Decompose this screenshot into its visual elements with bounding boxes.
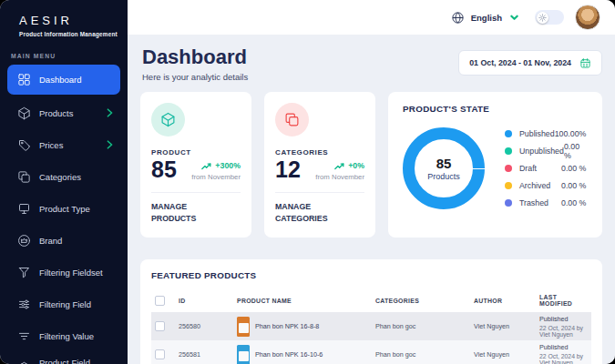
sidebar-item-label: Dashboard [39, 75, 81, 85]
tag-icon [17, 138, 31, 152]
stat-action-link[interactable]: MANAGE PRODUCTS [151, 201, 217, 225]
table-row[interactable]: 256580Phan bon NPK 16-8-8Phan bon gocVie… [151, 312, 591, 340]
cell-modified: 22 Oct, 2024 by Viet Nguyen [539, 325, 588, 338]
donut-chart: 85 Products [403, 127, 485, 209]
sliders-icon [17, 298, 31, 311]
stats-row: PRODUCT85+300%from NovemberMANAGE PRODUC… [140, 92, 602, 238]
cell-author: Viet Nguyen [470, 340, 536, 364]
legend-value: 0.00 % [561, 164, 586, 173]
sidebar-item-products[interactable]: Products [7, 99, 120, 126]
cell-author: Viet Nguyen [470, 312, 536, 340]
trend-caption: from November [315, 173, 364, 181]
logo-text: AESIR [19, 14, 73, 27]
sidebar-item-prices[interactable]: Prices [7, 131, 120, 158]
language-label: English [471, 13, 502, 23]
sidebar-item-filtering-value[interactable]: Filtering Value [7, 322, 120, 349]
trend-value: +0% [348, 161, 364, 170]
date-range-picker[interactable]: 01 Oct, 2024 - 01 Nov, 2024 [458, 50, 602, 76]
table-row[interactable]: 256581Phan bon NPK 16-10-6Phan bon gocVi… [151, 340, 591, 364]
stat-action-link[interactable]: MANAGE CATEGORIES [275, 201, 341, 225]
legend-value: 0.00 % [561, 181, 586, 190]
top-header: English [128, 0, 615, 35]
chart-legend: Published100.00%Unpublished0.00 %Draft0.… [505, 125, 588, 211]
column-header-last-modified: LAST MODIFIED [536, 288, 591, 312]
sidebar-item-product-type[interactable]: Product Type [7, 195, 120, 222]
cell-product-name: Phan bon NPK 16-10-6 [255, 350, 323, 359]
legend-item-archived: Archived0.00 % [505, 177, 586, 194]
legend-dot [505, 199, 512, 207]
donut-center-label: Products [412, 172, 476, 181]
chevron-right-icon [107, 140, 113, 149]
theme-toggle[interactable] [535, 10, 564, 25]
page-title: Dashboard [142, 46, 248, 69]
row-checkbox[interactable] [155, 321, 165, 331]
sidebar-item-filtering-field[interactable]: Filtering Field [7, 290, 120, 318]
sidebar-item-product-field-value[interactable]: Product Field Value [7, 354, 120, 364]
legend-item-draft: Draft0.00 % [505, 159, 586, 177]
cell-product-name: Phan bon NPK 16-8-8 [255, 322, 319, 330]
cell-category: Phan bon goc [372, 340, 470, 364]
grid-icon [17, 73, 31, 86]
legend-dot [505, 147, 512, 155]
device-icon [17, 202, 31, 216]
legend-item-unpublished: Unpublished0.00 % [505, 142, 586, 159]
sidebar-item-label: Brand [39, 236, 62, 246]
logo-spark-icon: ✦ [128, 0, 135, 5]
stat-label: CATEGORIES [275, 148, 364, 157]
product-thumbnail [237, 317, 250, 337]
featured-products-title: FEATURED PRODUCTS [151, 270, 591, 280]
cell-status: Published [539, 315, 588, 323]
featured-products-card: FEATURED PRODUCTS IDPRODUCT NAMECATEGORI… [140, 259, 602, 364]
lines-icon [17, 329, 31, 343]
funnel-icon [17, 266, 31, 279]
sidebar-item-label: Product Field Value [39, 358, 113, 364]
box-icon [17, 106, 31, 120]
sidebar-menu: DashboardProductsPricesCategoriesProduct… [0, 65, 128, 364]
theme-toggle-knob [537, 12, 548, 24]
stat-cards: PRODUCT85+300%from NovemberMANAGE PRODUC… [140, 92, 375, 238]
app-window: AESIR✦ Product Information Management MA… [0, 0, 615, 364]
sidebar-item-label: Filtering Value [39, 331, 94, 341]
product-thumbnail [237, 345, 250, 364]
trend-up-icon [201, 162, 212, 170]
sidebar-item-label: Product Type [39, 204, 90, 214]
sidebar-item-filtering-fieldset[interactable]: Filtering Fieldset [7, 258, 120, 286]
date-range-value: 01 Oct, 2024 - 01 Nov, 2024 [469, 58, 571, 67]
category-icon [275, 103, 309, 136]
page-subtitle: Here is your analytic details [142, 72, 248, 82]
box-icon [151, 103, 185, 136]
stat-card-categories: CATEGORIES12+0%from NovemberMANAGE CATEG… [264, 92, 375, 238]
divider [275, 192, 364, 193]
column-header-id: ID [175, 288, 233, 312]
column-header-product-name: PRODUCT NAME [233, 288, 372, 312]
trend-up-icon [334, 162, 345, 170]
select-all-checkbox[interactable] [155, 296, 165, 306]
language-selector[interactable]: English [451, 11, 518, 25]
sidebar-item-label: Products [39, 108, 74, 118]
sidebar-item-categories[interactable]: Categories [7, 163, 120, 190]
stat-label: PRODUCT [151, 148, 241, 157]
sidebar-item-dashboard[interactable]: Dashboard [7, 65, 120, 95]
sidebar-item-label: Categories [39, 172, 81, 182]
cell-status: Published [539, 343, 588, 351]
sidebar-item-brand[interactable]: Brand [7, 227, 120, 254]
legend-label: Published [519, 129, 555, 138]
stat-value: 85 [151, 158, 177, 181]
globe-icon [451, 11, 465, 25]
divider [151, 192, 241, 193]
user-avatar[interactable] [575, 5, 600, 30]
legend-dot [505, 182, 512, 189]
legend-label: Unpublished [519, 147, 564, 156]
row-checkbox[interactable] [155, 349, 165, 359]
sun-icon [538, 9, 547, 25]
cell-id: 256581 [175, 340, 233, 364]
legend-item-published: Published100.00% [505, 125, 586, 142]
legend-item-trashed: Trashed0.00 % [505, 194, 586, 211]
cell-modified: 22 Oct, 2024 by Viet Nguyen [539, 353, 588, 364]
product-state-title: PRODUCT'S STATE [403, 104, 588, 114]
donut-center-value: 85 [412, 156, 476, 171]
box2-icon [17, 361, 31, 364]
legend-value: 100.00% [555, 129, 587, 138]
legend-label: Archived [519, 181, 550, 190]
trend-value: +300% [215, 161, 241, 170]
